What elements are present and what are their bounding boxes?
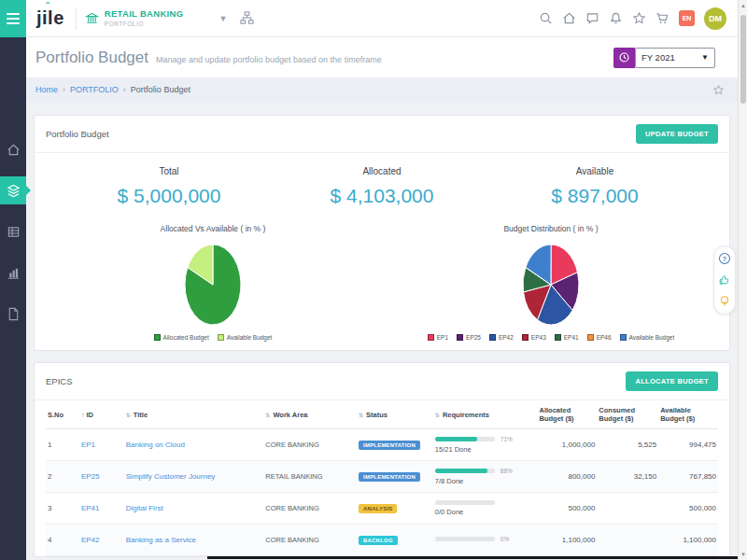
hamburger-menu-icon[interactable] [0,0,26,37]
search-icon[interactable] [539,11,553,25]
epic-available-budget: 767,850 [658,461,718,492]
scroll-up-arrow[interactable]: ▲ [739,0,747,11]
epic-work-area: RETAIL BANKING [263,461,357,492]
home-icon[interactable] [562,11,576,25]
column-header[interactable]: ⇅Status [357,400,433,428]
topbar-actions: EN DM [539,7,747,30]
epic-available-budget: 500,000 [658,493,718,524]
portfolio-switcher[interactable]: RETAIL BANKING PORTFOLIO [85,9,184,27]
chart-title: Allocated Vs Available ( in % ) [161,224,266,233]
epic-row-ep25: 2EP25Simplify Customer JourneyRETAIL BAN… [46,461,718,493]
sort-asc-icon: ↑ [81,412,85,418]
legend-swatch [457,334,463,341]
progress-fill [435,469,487,473]
column-header[interactable]: Available Budget ($) [658,400,718,428]
epic-sno: 3 [46,493,79,524]
stat-total-label: Total [63,166,275,176]
epics-card-title: EPICS [46,376,73,386]
sidebar-item-backlog[interactable] [0,217,26,245]
epic-title-link[interactable]: Simplify Customer Journey [126,472,216,481]
breadcrumb: Home › PORTFOLIO › Portfolio Budget [26,77,738,102]
product-badge[interactable]: EN [679,10,695,26]
budget-charts: Allocated Vs Available ( in % ) Allocate… [35,211,729,350]
chat-icon[interactable] [585,11,599,25]
bar-chart-icon [7,266,21,280]
user-avatar[interactable]: DM [704,7,726,30]
sidebar-item-reports[interactable] [0,259,26,287]
hierarchy-icon[interactable] [240,11,254,25]
epic-title-link[interactable]: Banking as a Service [126,536,196,544]
clock-icon [618,51,630,63]
progress-percent: 0% [500,536,509,542]
timeframe-clock-button[interactable] [613,48,635,68]
legend-label: EP41 [564,334,579,341]
allocate-budget-button[interactable]: ALLOCATE BUDGET [626,371,718,391]
column-header[interactable]: S.No [46,400,79,428]
feedback-thumb-icon[interactable] [718,273,731,287]
epic-consumed-budget [597,493,658,524]
page-subtitle: Manage and update portfolio budget based… [156,55,382,64]
idea-bulb-icon[interactable] [718,295,731,308]
epic-id-link[interactable]: EP42 [81,536,100,544]
home-icon [7,143,21,157]
column-header[interactable]: ↑ID [79,400,124,428]
workspace-type: PORTFOLIO [105,21,184,27]
sort-icon: ⇅ [435,412,440,418]
favorite-star-icon[interactable] [712,84,725,96]
scroll-down-arrow[interactable]: ▼ [739,549,747,560]
epic-id-link[interactable]: EP1 [81,441,95,449]
legend-label: EP43 [531,334,546,341]
fy-select[interactable]: FY 2021 ▼ [635,48,715,68]
chevron-down-icon: ▼ [701,53,709,62]
legend-swatch [620,334,627,341]
legend-swatch [218,334,224,341]
chevron-down-icon[interactable]: ▼ [218,14,227,23]
legend-label: Available Budget [629,334,675,341]
sidebar-item-home[interactable] [0,135,26,163]
vertical-scrollbar[interactable]: ▲ ▼ [738,0,747,560]
epic-id-link[interactable]: EP41 [81,504,100,512]
legend-item: EP41 [555,334,579,341]
sidebar-item-documents[interactable] [0,300,26,328]
bell-icon[interactable] [609,11,623,25]
legend-item: EP42 [489,334,514,341]
legend-item: EP43 [522,334,546,341]
breadcrumb-home[interactable]: Home [35,85,58,94]
epic-row-ep41: 3EP41Digital FirstCORE BANKINGANALYSIS0/… [46,493,718,525]
stat-allocated-value: $ 4,103,000 [275,185,488,207]
epic-title-link[interactable]: Digital First [126,504,163,512]
star-icon[interactable] [632,11,646,25]
epic-work-area: CORE BANKING [263,429,357,460]
update-budget-button[interactable]: UPDATE BUDGET [636,124,718,144]
column-header[interactable]: ⇅Work Area [263,400,357,428]
epic-sno: 2 [46,461,79,492]
column-header[interactable]: Allocated Budget ($) [538,400,598,428]
epic-status-cell: BACKLOG [357,525,433,555]
epic-id-link[interactable]: EP25 [81,472,100,481]
scrollbar-thumb[interactable] [740,15,746,104]
epic-title-link[interactable]: Banking on Cloud [126,441,185,449]
epic-sno: 4 [46,525,79,555]
epic-status-cell: IMPLEMENTATION [357,429,433,460]
legend-label: Available Budget [227,334,273,341]
legend-item: Available Budget [620,334,675,341]
jile-logo-accent: ˆ [46,1,50,14]
legend-item: Allocated Budget [154,334,209,341]
status-badge: ANALYSIS [359,504,397,513]
requirements-done: 7/8 Done [435,477,463,485]
column-header[interactable]: Consumed Budget ($) [597,400,658,428]
legend-item: EP46 [587,334,612,341]
breadcrumb-portfolio[interactable]: PORTFOLIO [70,85,119,94]
table-icon [7,225,21,239]
workspace-name: RETAIL BANKING [105,9,184,19]
help-icon[interactable]: ? [718,252,731,265]
column-header[interactable]: ⇅Requirements [433,400,538,428]
epic-title-cell: Digital First [124,493,264,524]
column-header[interactable]: ⇅Title [124,400,264,428]
allocated-vs-available-chart: Allocated Vs Available ( in % ) Allocate… [44,224,382,341]
cart-icon[interactable] [655,11,669,25]
sort-icon: ⇅ [126,412,131,418]
epic-title-cell: Banking as a Service [124,525,264,555]
sidebar-item-portfolio-active[interactable] [0,176,26,204]
epic-requirements-cell: 0/0 Done [433,493,538,524]
